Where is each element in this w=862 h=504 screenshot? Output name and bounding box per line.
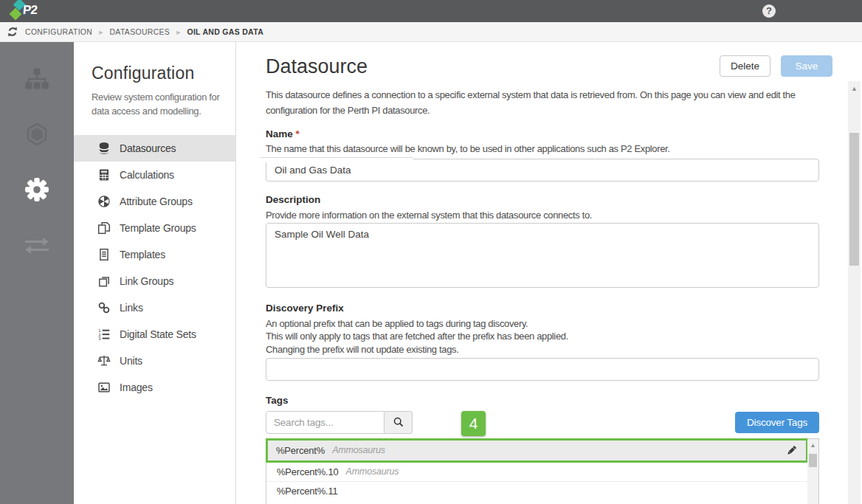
chain-icon [97, 301, 111, 314]
tag-subtitle: Ammosaurus [332, 445, 385, 455]
transfer-nav-icon[interactable] [0, 222, 74, 269]
sidebar-item-label: Datasources [120, 142, 176, 154]
tag-name: %Percent%.10 [277, 466, 339, 477]
panel-description: Review system configuration for data acc… [92, 90, 226, 118]
sidebar-item-label: Template Groups [120, 222, 196, 234]
gear-nav-icon[interactable] [0, 166, 74, 213]
sidebar-item-templates[interactable]: Templates [74, 241, 235, 268]
page-title: Datasource [266, 42, 819, 78]
sidebar-item-template-groups[interactable]: Template Groups [74, 215, 235, 241]
description-label: Description [266, 194, 819, 206]
logo-text: P2 [22, 3, 38, 18]
hexagon-nav-icon[interactable] [0, 111, 74, 158]
sidebar-item-label: Digital State Sets [120, 328, 196, 340]
dropdown-artifact [260, 157, 413, 162]
sidebar-item-datasources[interactable]: Datasources [74, 135, 235, 162]
pinwheel-icon [97, 195, 111, 208]
tag-row[interactable]: %Percent%.11 [266, 482, 807, 501]
sidebar-item-images[interactable]: Images [74, 374, 235, 401]
discovery-prefix-label: Discovery Prefix [266, 303, 819, 314]
tag-list-scrollbar[interactable]: ▲ [807, 439, 818, 504]
sidebar-item-label: Calculations [120, 169, 174, 181]
scale-icon [97, 354, 111, 367]
sidebar-item-links[interactable]: Links [74, 294, 235, 321]
top-bar: P2 ? [0, 0, 862, 22]
chevron-right-icon: ▸ [176, 27, 180, 36]
page-intro: This datasource defines a connection to … [266, 87, 819, 118]
tag-subtitle: Ammosaurus [346, 466, 399, 477]
svg-text:3: 3 [98, 336, 101, 341]
breadcrumb-current: OIL AND GAS DATA [187, 27, 263, 36]
description-input[interactable]: Sample Oil Well Data [266, 223, 819, 288]
breadcrumb: CONFIGURATION ▸ DATASOURCES ▸ OIL AND GA… [0, 22, 862, 42]
required-asterisk: * [296, 128, 300, 139]
p2-logo: P2 [6, 1, 43, 21]
main-scrollbar[interactable]: ▲ [848, 81, 861, 504]
tag-search [266, 411, 413, 434]
sidebar-item-link-groups[interactable]: Link Groups [74, 268, 235, 294]
picture-icon [97, 381, 111, 394]
tag-row[interactable]: %Percent%.10 Ammosaurus [266, 463, 807, 482]
tags-label: Tags [266, 395, 819, 407]
calculator-icon [97, 168, 111, 182]
sidebar-item-label: Link Groups [120, 275, 173, 287]
discovery-prefix-help: An optional prefix that can be applied t… [266, 317, 819, 356]
hierarchy-nav-icon[interactable] [0, 55, 74, 103]
sidebar-item-label: Links [120, 302, 143, 314]
breadcrumb-configuration[interactable]: CONFIGURATION [25, 27, 92, 36]
search-button[interactable] [385, 411, 413, 434]
help-icon[interactable]: ? [762, 4, 776, 18]
tag-list: %Percent% Ammosaurus %Percent%.10 Ammosa… [266, 438, 819, 504]
pages-icon [97, 221, 111, 235]
tag-row-selected[interactable]: %Percent% Ammosaurus [266, 438, 808, 463]
panel-title: Configuration [92, 63, 235, 83]
numbered-list-icon: 123 [97, 328, 111, 341]
sidebar-item-attribute-groups[interactable]: Attribute Groups [74, 188, 235, 215]
tag-name: %Percent% [276, 445, 325, 456]
chevron-right-icon: ▸ [99, 27, 103, 36]
sidebar-item-calculations[interactable]: Calculations [74, 162, 235, 188]
sidebar-item-label: Attribute Groups [120, 196, 193, 207]
search-icon [393, 416, 404, 428]
tag-search-input[interactable] [266, 411, 385, 434]
sidebar-item-label: Images [120, 382, 153, 393]
scroll-up-icon[interactable]: ▲ [807, 442, 818, 449]
scrollbar-thumb[interactable] [809, 454, 817, 467]
name-help: The name that this datasource will be kn… [266, 142, 819, 155]
sidebar-item-label: Units [120, 355, 142, 367]
module-sidebar [0, 42, 74, 504]
breadcrumb-datasources[interactable]: DATASOURCES [109, 27, 170, 36]
configuration-menu: Datasources Calculations Attribute Group… [74, 135, 235, 401]
annotation-badge: 4 [461, 411, 486, 436]
document-icon [97, 248, 111, 261]
scrollbar-thumb[interactable] [849, 133, 859, 266]
discovery-prefix-input[interactable] [266, 358, 819, 381]
squares-icon [97, 275, 111, 288]
sidebar-item-units[interactable]: Units [74, 348, 235, 374]
tag-name: %Percent%.11 [277, 486, 338, 497]
edit-pencil-icon[interactable] [785, 444, 798, 457]
description-help: Provide more information on the external… [266, 209, 819, 221]
name-label: Name * [266, 128, 819, 140]
database-icon [97, 142, 111, 155]
scroll-up-icon[interactable]: ▲ [848, 85, 861, 92]
refresh-icon[interactable] [7, 26, 18, 38]
main-content: Delete Save Datasource This datasource d… [236, 42, 862, 504]
sidebar-item-digital-state-sets[interactable]: 123 Digital State Sets [74, 321, 235, 348]
discover-tags-button[interactable]: Discover Tags [735, 412, 819, 433]
configuration-panel: Configuration Review system configuratio… [74, 42, 236, 504]
sidebar-item-label: Templates [120, 249, 165, 260]
